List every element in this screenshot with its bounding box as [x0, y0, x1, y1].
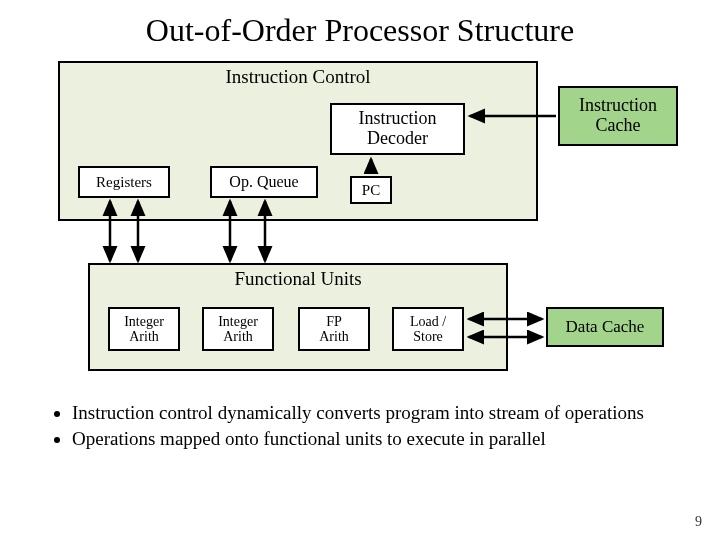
fp-arith-box: FPArith: [298, 307, 370, 351]
pc-box: PC: [350, 176, 392, 204]
integer-arith-1-box: IntegerArith: [108, 307, 180, 351]
op-queue-box: Op. Queue: [210, 166, 318, 198]
load-store-box: Load /Store: [392, 307, 464, 351]
page-number: 9: [695, 514, 702, 530]
integer-arith-2-box: IntegerArith: [202, 307, 274, 351]
bullet-item: Instruction control dynamically converts…: [72, 401, 670, 425]
instruction-cache-box: InstructionCache: [558, 86, 678, 146]
instruction-decoder-box: InstructionDecoder: [330, 103, 465, 155]
functional-units-label: Functional Units: [90, 269, 506, 290]
instruction-control-label: Instruction Control: [60, 67, 536, 88]
bullet-item: Operations mapped onto functional units …: [72, 427, 670, 451]
diagram: Instruction Control InstructionDecoder R…: [30, 61, 690, 391]
registers-box: Registers: [78, 166, 170, 198]
bullet-list: Instruction control dynamically converts…: [50, 401, 670, 451]
data-cache-box: Data Cache: [546, 307, 664, 347]
slide-title: Out-of-Order Processor Structure: [30, 12, 690, 49]
